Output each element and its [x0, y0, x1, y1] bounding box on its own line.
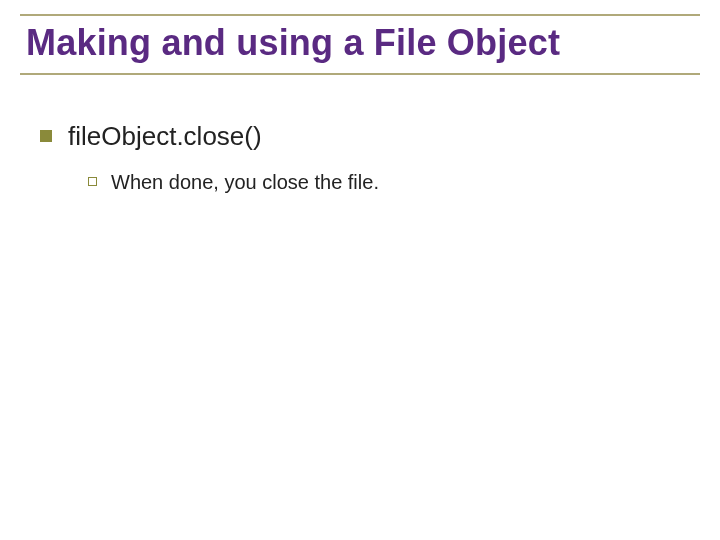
square-outline-bullet-icon — [88, 177, 97, 186]
slide: Making and using a File Object fileObjec… — [0, 0, 720, 540]
list-item-label: When done, you close the file. — [111, 169, 379, 195]
list-item: fileObject.close() — [40, 120, 680, 153]
slide-body: fileObject.close() When done, you close … — [40, 120, 680, 205]
slide-title: Making and using a File Object — [20, 22, 700, 73]
sublist: When done, you close the file. — [88, 169, 680, 195]
divider-bottom — [20, 73, 700, 75]
list-item: When done, you close the file. — [88, 169, 680, 195]
list-item-label: fileObject.close() — [68, 120, 262, 153]
title-block: Making and using a File Object — [20, 14, 700, 75]
divider-top — [20, 14, 700, 16]
square-bullet-icon — [40, 130, 52, 142]
